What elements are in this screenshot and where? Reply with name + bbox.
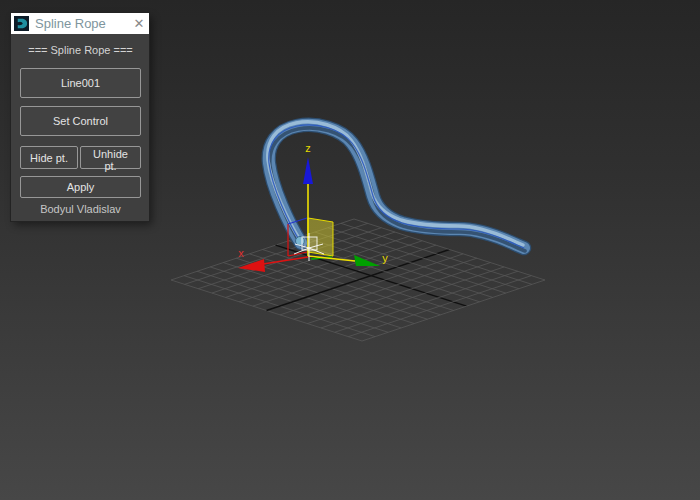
rollout-header: === Spline Rope ===: [20, 44, 141, 56]
hide-points-button[interactable]: Hide pt.: [20, 146, 78, 169]
author-credit: Bodyul Vladislav: [20, 203, 141, 215]
dialog-body: === Spline Rope === Line001 Set Control …: [11, 44, 149, 221]
unhide-points-button[interactable]: Unhide pt.: [80, 146, 141, 169]
spline-rope-dialog: Spline Rope ✕ === Spline Rope === Line00…: [11, 13, 149, 221]
hide-unhide-row: Hide pt. Unhide pt.: [20, 146, 141, 169]
3ds-max-logo-icon: [14, 16, 29, 31]
gizmo-x-label: x: [238, 247, 244, 259]
max-viewport-window: z y x: [0, 0, 700, 500]
dialog-title: Spline Rope: [35, 16, 129, 31]
gizmo-z-label: z: [305, 142, 311, 154]
dialog-titlebar[interactable]: Spline Rope ✕: [11, 13, 149, 34]
gizmo-y-label: y: [382, 252, 388, 264]
set-control-button[interactable]: Set Control: [20, 106, 141, 136]
apply-button[interactable]: Apply: [20, 176, 141, 198]
pick-spline-button[interactable]: Line001: [20, 68, 141, 98]
close-icon[interactable]: ✕: [129, 13, 149, 34]
